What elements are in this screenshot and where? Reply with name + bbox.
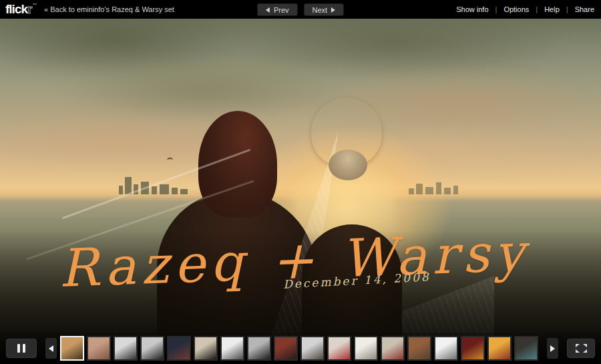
next-arrow-icon bbox=[331, 7, 335, 13]
flickr-logo[interactable]: flickr™ bbox=[5, 2, 37, 17]
thumbnail-strip bbox=[60, 333, 544, 364]
left-arrow-icon bbox=[49, 345, 53, 352]
prev-button[interactable]: Prev bbox=[257, 3, 298, 16]
filmstrip-thumbnail[interactable] bbox=[114, 336, 138, 361]
back-to-set-link[interactable]: « Back to emininfo's Razeq & Warsy set bbox=[44, 5, 174, 13]
top-bar: flickr™ « Back to emininfo's Razeq & War… bbox=[0, 0, 601, 19]
filmstrip-thumbnail[interactable] bbox=[407, 336, 431, 361]
options-link[interactable]: Options bbox=[504, 5, 529, 13]
show-info-link[interactable]: Show info bbox=[456, 5, 488, 13]
filmstrip-thumbnail[interactable] bbox=[327, 336, 351, 361]
filmstrip-thumbnail[interactable] bbox=[220, 336, 244, 361]
separator: | bbox=[495, 5, 497, 13]
separator: | bbox=[536, 5, 538, 13]
filmstrip-thumbnail[interactable] bbox=[60, 336, 84, 361]
scroll-left-button[interactable] bbox=[45, 338, 57, 359]
filmstrip-thumbnail[interactable] bbox=[381, 336, 405, 361]
scroll-right-button[interactable] bbox=[547, 338, 558, 359]
filmstrip-thumbnail[interactable] bbox=[300, 336, 325, 361]
top-links: Show info | Options | Help | Share bbox=[456, 5, 594, 13]
slide-nav-buttons: Prev Next bbox=[257, 3, 344, 16]
prev-button-label: Prev bbox=[274, 6, 289, 14]
next-button[interactable]: Next bbox=[304, 3, 345, 16]
fullscreen-expand-icon bbox=[576, 344, 587, 353]
filmstrip-thumbnail[interactable] bbox=[461, 336, 485, 361]
filmstrip-thumbnail[interactable] bbox=[354, 336, 378, 361]
filmstrip-thumbnail[interactable] bbox=[487, 336, 512, 361]
help-link[interactable]: Help bbox=[544, 5, 560, 13]
right-arrow-icon bbox=[550, 345, 555, 352]
prev-arrow-icon bbox=[266, 7, 270, 13]
filmstrip-thumbnail[interactable] bbox=[434, 336, 458, 361]
separator: | bbox=[566, 5, 568, 13]
city-skyline-right bbox=[409, 178, 472, 194]
filmstrip-thumbnail[interactable] bbox=[247, 336, 271, 361]
bride-hair-bun bbox=[329, 150, 367, 180]
filmstrip-thumbnail[interactable] bbox=[140, 336, 164, 361]
filmstrip-thumbnail[interactable] bbox=[514, 336, 538, 361]
filmstrip-thumbnail[interactable] bbox=[87, 336, 111, 361]
filmstrip-bar bbox=[0, 333, 601, 364]
fullscreen-button[interactable] bbox=[567, 339, 595, 358]
filmstrip-thumbnail[interactable] bbox=[274, 336, 298, 361]
slideshow-photo[interactable]: Razeq + Warsy December 14, 2008 bbox=[0, 19, 601, 364]
next-button-label: Next bbox=[313, 6, 328, 14]
filmstrip-thumbnail[interactable] bbox=[167, 336, 191, 361]
filmstrip-thumbnail[interactable] bbox=[194, 336, 218, 361]
flickr-slideshow: flickr™ « Back to emininfo's Razeq & War… bbox=[0, 0, 601, 364]
pause-icon bbox=[23, 344, 25, 353]
bird bbox=[167, 158, 173, 162]
pause-icon bbox=[17, 344, 20, 353]
pause-button[interactable] bbox=[6, 339, 37, 358]
share-link[interactable]: Share bbox=[575, 5, 594, 13]
